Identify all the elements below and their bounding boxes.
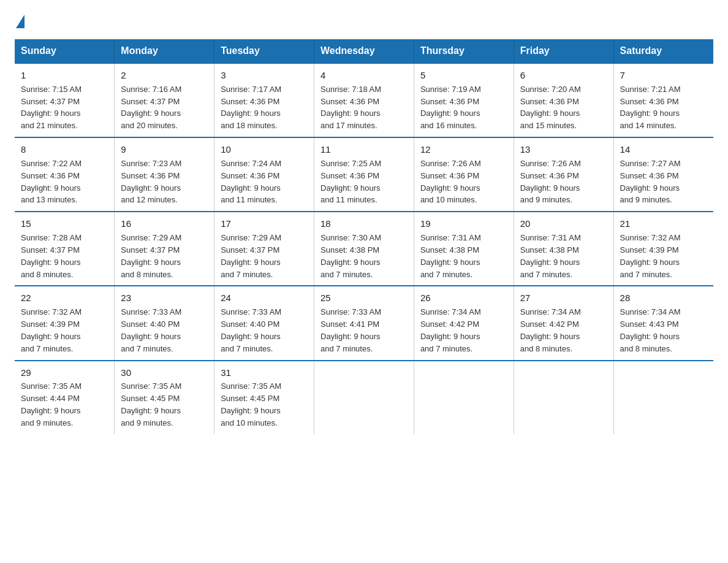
calendar-cell: 2Sunrise: 7:16 AMSunset: 4:37 PMDaylight…	[115, 63, 214, 137]
day-number: 20	[520, 217, 607, 231]
page-header	[15, 15, 713, 28]
day-info: Sunrise: 7:29 AMSunset: 4:37 PMDaylight:…	[121, 233, 181, 279]
day-number: 1	[21, 69, 108, 82]
column-header-wednesday: Wednesday	[314, 39, 414, 63]
day-number: 27	[520, 291, 607, 305]
day-number: 10	[221, 143, 308, 156]
day-info: Sunrise: 7:27 AMSunset: 4:36 PMDaylight:…	[620, 159, 681, 205]
calendar-cell: 6Sunrise: 7:20 AMSunset: 4:36 PMDaylight…	[514, 63, 613, 137]
calendar-cell: 21Sunrise: 7:32 AMSunset: 4:39 PMDayligh…	[613, 212, 713, 286]
day-number: 22	[21, 291, 108, 305]
calendar-cell: 5Sunrise: 7:19 AMSunset: 4:36 PMDaylight…	[414, 63, 514, 137]
day-number: 3	[221, 69, 308, 82]
calendar-cell: 19Sunrise: 7:31 AMSunset: 4:38 PMDayligh…	[414, 212, 514, 286]
calendar-cell	[314, 361, 414, 434]
column-header-monday: Monday	[115, 39, 214, 63]
day-info: Sunrise: 7:16 AMSunset: 4:37 PMDaylight:…	[121, 85, 181, 131]
calendar-cell: 18Sunrise: 7:30 AMSunset: 4:38 PMDayligh…	[314, 212, 414, 286]
logo	[15, 15, 25, 28]
day-info: Sunrise: 7:32 AMSunset: 4:39 PMDaylight:…	[21, 307, 82, 353]
day-number: 26	[420, 291, 507, 305]
calendar-week-row: 15Sunrise: 7:28 AMSunset: 4:37 PMDayligh…	[15, 212, 713, 286]
calendar-cell: 22Sunrise: 7:32 AMSunset: 4:39 PMDayligh…	[15, 286, 115, 360]
day-info: Sunrise: 7:22 AMSunset: 4:36 PMDaylight:…	[21, 159, 82, 205]
day-info: Sunrise: 7:31 AMSunset: 4:38 PMDaylight:…	[420, 233, 481, 279]
day-number: 12	[420, 143, 507, 156]
day-number: 23	[121, 291, 208, 305]
day-info: Sunrise: 7:35 AMSunset: 4:45 PMDaylight:…	[121, 381, 181, 427]
day-number: 9	[121, 143, 208, 156]
calendar-cell: 11Sunrise: 7:25 AMSunset: 4:36 PMDayligh…	[314, 137, 414, 212]
calendar-cell: 30Sunrise: 7:35 AMSunset: 4:45 PMDayligh…	[115, 361, 214, 434]
day-info: Sunrise: 7:26 AMSunset: 4:36 PMDaylight:…	[520, 159, 581, 205]
column-header-thursday: Thursday	[414, 39, 514, 63]
column-header-sunday: Sunday	[15, 39, 115, 63]
calendar-cell	[613, 361, 713, 434]
column-header-tuesday: Tuesday	[214, 39, 314, 63]
day-info: Sunrise: 7:33 AMSunset: 4:40 PMDaylight:…	[221, 307, 281, 353]
day-number: 31	[221, 366, 308, 380]
day-number: 13	[520, 143, 607, 156]
day-info: Sunrise: 7:35 AMSunset: 4:44 PMDaylight:…	[21, 381, 82, 427]
day-number: 24	[221, 291, 308, 305]
day-info: Sunrise: 7:28 AMSunset: 4:37 PMDaylight:…	[21, 233, 82, 279]
day-info: Sunrise: 7:32 AMSunset: 4:39 PMDaylight:…	[620, 233, 681, 279]
day-info: Sunrise: 7:34 AMSunset: 4:43 PMDaylight:…	[620, 307, 681, 353]
day-info: Sunrise: 7:15 AMSunset: 4:37 PMDaylight:…	[21, 85, 82, 131]
calendar-cell: 24Sunrise: 7:33 AMSunset: 4:40 PMDayligh…	[214, 286, 314, 360]
calendar-cell: 29Sunrise: 7:35 AMSunset: 4:44 PMDayligh…	[15, 361, 115, 434]
day-info: Sunrise: 7:30 AMSunset: 4:38 PMDaylight:…	[320, 233, 381, 279]
calendar-cell	[514, 361, 613, 434]
day-info: Sunrise: 7:23 AMSunset: 4:36 PMDaylight:…	[121, 159, 181, 205]
day-info: Sunrise: 7:29 AMSunset: 4:37 PMDaylight:…	[221, 233, 281, 279]
column-header-friday: Friday	[514, 39, 613, 63]
calendar-cell: 13Sunrise: 7:26 AMSunset: 4:36 PMDayligh…	[514, 137, 613, 212]
day-number: 21	[620, 217, 707, 231]
calendar-cell: 26Sunrise: 7:34 AMSunset: 4:42 PMDayligh…	[414, 286, 514, 360]
calendar-cell: 31Sunrise: 7:35 AMSunset: 4:45 PMDayligh…	[214, 361, 314, 434]
calendar-table: SundayMondayTuesdayWednesdayThursdayFrid…	[15, 39, 713, 434]
calendar-cell: 23Sunrise: 7:33 AMSunset: 4:40 PMDayligh…	[115, 286, 214, 360]
day-number: 6	[520, 69, 607, 82]
calendar-cell: 10Sunrise: 7:24 AMSunset: 4:36 PMDayligh…	[214, 137, 314, 212]
day-number: 15	[21, 217, 108, 231]
calendar-body: 1Sunrise: 7:15 AMSunset: 4:37 PMDaylight…	[15, 63, 713, 434]
day-info: Sunrise: 7:20 AMSunset: 4:36 PMDaylight:…	[520, 85, 581, 131]
day-info: Sunrise: 7:21 AMSunset: 4:36 PMDaylight:…	[620, 85, 681, 131]
column-header-saturday: Saturday	[613, 39, 713, 63]
calendar-week-row: 22Sunrise: 7:32 AMSunset: 4:39 PMDayligh…	[15, 286, 713, 360]
day-number: 16	[121, 217, 208, 231]
calendar-cell: 12Sunrise: 7:26 AMSunset: 4:36 PMDayligh…	[414, 137, 514, 212]
day-info: Sunrise: 7:17 AMSunset: 4:36 PMDaylight:…	[221, 85, 281, 131]
day-number: 8	[21, 143, 108, 156]
calendar-header-row: SundayMondayTuesdayWednesdayThursdayFrid…	[15, 39, 713, 63]
calendar-cell: 28Sunrise: 7:34 AMSunset: 4:43 PMDayligh…	[613, 286, 713, 360]
calendar-cell: 17Sunrise: 7:29 AMSunset: 4:37 PMDayligh…	[214, 212, 314, 286]
calendar-cell: 4Sunrise: 7:18 AMSunset: 4:36 PMDaylight…	[314, 63, 414, 137]
day-number: 25	[320, 291, 408, 305]
calendar-cell: 8Sunrise: 7:22 AMSunset: 4:36 PMDaylight…	[15, 137, 115, 212]
day-info: Sunrise: 7:24 AMSunset: 4:36 PMDaylight:…	[221, 159, 281, 205]
day-number: 29	[21, 366, 108, 380]
day-number: 11	[320, 143, 408, 156]
calendar-cell: 9Sunrise: 7:23 AMSunset: 4:36 PMDaylight…	[115, 137, 214, 212]
calendar-week-row: 8Sunrise: 7:22 AMSunset: 4:36 PMDaylight…	[15, 137, 713, 212]
day-info: Sunrise: 7:19 AMSunset: 4:36 PMDaylight:…	[420, 85, 481, 131]
day-number: 30	[121, 366, 208, 380]
calendar-cell: 7Sunrise: 7:21 AMSunset: 4:36 PMDaylight…	[613, 63, 713, 137]
day-info: Sunrise: 7:35 AMSunset: 4:45 PMDaylight:…	[221, 381, 281, 427]
day-info: Sunrise: 7:31 AMSunset: 4:38 PMDaylight:…	[520, 233, 581, 279]
day-number: 28	[620, 291, 707, 305]
day-info: Sunrise: 7:33 AMSunset: 4:40 PMDaylight:…	[121, 307, 181, 353]
calendar-cell	[414, 361, 514, 434]
day-number: 17	[221, 217, 308, 231]
day-number: 19	[420, 217, 507, 231]
calendar-week-row: 29Sunrise: 7:35 AMSunset: 4:44 PMDayligh…	[15, 361, 713, 434]
day-number: 18	[320, 217, 408, 231]
calendar-cell: 20Sunrise: 7:31 AMSunset: 4:38 PMDayligh…	[514, 212, 613, 286]
day-info: Sunrise: 7:33 AMSunset: 4:41 PMDaylight:…	[320, 307, 381, 353]
day-info: Sunrise: 7:34 AMSunset: 4:42 PMDaylight:…	[420, 307, 481, 353]
calendar-cell: 25Sunrise: 7:33 AMSunset: 4:41 PMDayligh…	[314, 286, 414, 360]
calendar-cell: 15Sunrise: 7:28 AMSunset: 4:37 PMDayligh…	[15, 212, 115, 286]
calendar-week-row: 1Sunrise: 7:15 AMSunset: 4:37 PMDaylight…	[15, 63, 713, 137]
